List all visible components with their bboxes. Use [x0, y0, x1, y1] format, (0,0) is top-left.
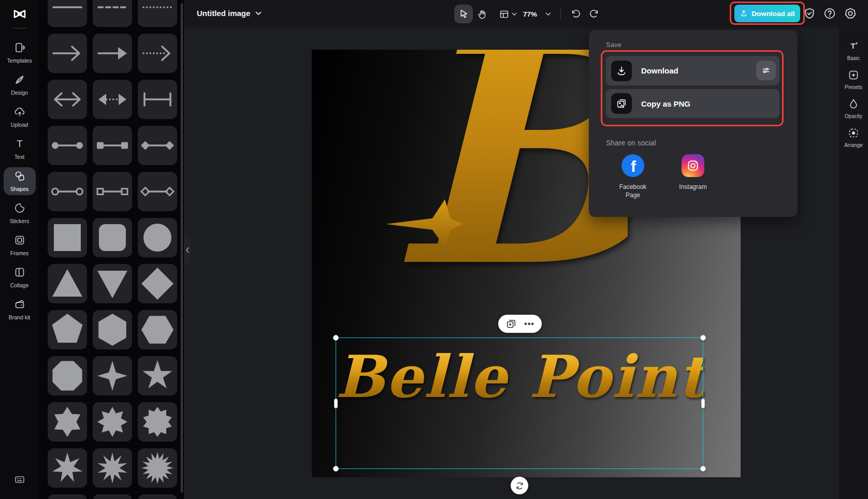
hand-icon: [476, 9, 487, 20]
select-tool-button[interactable]: [454, 5, 473, 23]
shape-tile-arrow-open[interactable]: [48, 34, 87, 73]
right-rail-item-opacity[interactable]: Opacity: [840, 98, 867, 119]
sidebar-item-templates[interactable]: Templates: [4, 39, 36, 67]
undo-icon: [570, 9, 581, 19]
shape-tile-star-5[interactable]: [138, 356, 177, 395]
keyboard-shortcuts-icon[interactable]: [13, 473, 26, 488]
selection-toolbar: •••: [498, 315, 542, 333]
shapes-panel: [39, 0, 184, 499]
stickers-icon: [13, 202, 26, 216]
sidebar-item-label: Shapes: [10, 186, 29, 193]
right-rail-item-arrange[interactable]: Arrange: [840, 127, 867, 148]
help-button[interactable]: [823, 7, 836, 22]
shape-tile-star-10-round[interactable]: [138, 402, 177, 442]
shape-tile-star-7[interactable]: [48, 448, 87, 488]
document-title-text: Untitled image: [197, 9, 250, 18]
document-title[interactable]: Untitled image: [197, 9, 262, 18]
more-options-icon[interactable]: •••: [524, 321, 534, 327]
shape-tile-octagon[interactable]: [48, 356, 87, 395]
duplicate-icon[interactable]: [505, 318, 517, 330]
shape-tile-connector-diamonds-filled[interactable]: [138, 126, 177, 165]
capcut-logo-icon[interactable]: [0, 0, 39, 28]
share-facebook-button[interactable]: f Facebook Page: [608, 154, 658, 199]
shape-tile-connector-squares-filled[interactable]: [93, 126, 132, 165]
shape-tile-pentagon[interactable]: [48, 310, 87, 349]
shape-tile-burst-16[interactable]: [138, 448, 177, 488]
selection-bounding-box[interactable]: [336, 337, 703, 469]
download-settings-button[interactable]: [756, 61, 776, 80]
shape-tile-line-endcaps[interactable]: [138, 80, 177, 119]
shape-tile-star-8[interactable]: [93, 402, 132, 442]
right-rail-item-label: Basic: [847, 55, 860, 61]
selection-handle-top-left[interactable]: [333, 335, 339, 341]
shape-tile-square[interactable]: [48, 218, 87, 257]
selection-handle-top-right[interactable]: [700, 335, 706, 341]
hand-tool-button[interactable]: [472, 5, 491, 23]
shape-tile-clipped-tile[interactable]: [48, 494, 87, 499]
sidebar-item-upload[interactable]: Upload: [4, 103, 36, 131]
layout-tool-button[interactable]: [494, 5, 522, 23]
shape-tile-connector-circles-filled[interactable]: [48, 126, 87, 165]
shape-tile-hexagon-pointy[interactable]: [93, 310, 132, 349]
upload-icon: [13, 106, 26, 120]
settings-button[interactable]: [844, 7, 857, 22]
sidebar-item-text[interactable]: TText: [4, 135, 36, 163]
safety-shield-button[interactable]: [803, 7, 816, 22]
sidebar-item-brand-kit[interactable]: Brand kit: [4, 296, 36, 324]
shape-tile-star-6[interactable]: [48, 402, 87, 442]
selection-handle-right[interactable]: [701, 399, 705, 408]
shape-tile-rounded-square[interactable]: [93, 218, 132, 257]
sidebar-item-stickers[interactable]: Stickers: [4, 199, 36, 227]
download-menu-item[interactable]: Download: [606, 56, 779, 85]
shape-tile-circle[interactable]: [138, 218, 177, 257]
zoom-level-control[interactable]: 77%: [523, 5, 551, 23]
rotate-canvas-button[interactable]: [511, 477, 528, 494]
download-all-button[interactable]: Download all: [734, 5, 800, 22]
chevron-down-icon: [255, 11, 262, 16]
panel-collapse-handle[interactable]: [184, 236, 191, 265]
sidebar-item-frames[interactable]: Frames: [4, 231, 36, 259]
shape-tile-triangle-down[interactable]: [93, 264, 132, 303]
shape-tile-double-arrow-open[interactable]: [48, 80, 87, 119]
sidebar-item-collage[interactable]: Collage: [4, 263, 36, 291]
right-rail-item-label: Opacity: [845, 113, 862, 119]
copy-image-icon: [611, 93, 632, 114]
right-rail-item-basic[interactable]: TBasic: [840, 40, 867, 61]
sidebar-item-label: Collage: [10, 282, 29, 289]
shape-tile-star-4[interactable]: [93, 356, 132, 395]
shape-tile-connector-squares-open[interactable]: [93, 172, 132, 211]
shape-tile-line-solid[interactable]: [48, 0, 87, 27]
redo-button[interactable]: [585, 5, 604, 23]
layout-grid-icon: [499, 9, 510, 20]
shape-tile-line-dashed[interactable]: [93, 0, 132, 27]
selection-handle-bottom-right[interactable]: [700, 466, 706, 472]
arrange-icon: [847, 127, 860, 141]
shape-tile-connector-circles-open[interactable]: [48, 172, 87, 211]
instagram-icon: [682, 154, 704, 177]
gear-icon: [844, 7, 857, 20]
left-sidebar: TemplatesDesignUploadTTextShapesStickers…: [0, 0, 39, 499]
sidebar-item-design[interactable]: Design: [4, 71, 36, 99]
share-instagram-button[interactable]: Instagram: [668, 154, 718, 192]
shape-tile-diamond[interactable]: [138, 264, 177, 303]
right-rail-item-presets[interactable]: Presets: [840, 69, 867, 90]
shape-tile-clipped-tile[interactable]: [138, 494, 177, 499]
shape-tile-arrow-filled[interactable]: [93, 34, 132, 73]
shape-tile-double-arrow-dotted[interactable]: [93, 80, 132, 119]
shape-tile-connector-diamonds-open[interactable]: [138, 172, 177, 211]
selection-handle-left[interactable]: [334, 399, 338, 408]
undo-button[interactable]: [566, 5, 585, 23]
shape-tile-triangle-up[interactable]: [48, 264, 87, 303]
copy-as-png-menu-item[interactable]: Copy as PNG: [606, 89, 779, 118]
shapes-panel-scrollbar[interactable]: [181, 3, 183, 493]
shape-tile-arrow-dotted[interactable]: [138, 34, 177, 73]
shape-tile-line-dotted[interactable]: [138, 0, 177, 27]
download-all-label: Download all: [751, 10, 794, 18]
shape-tile-hexagon-flat[interactable]: [138, 310, 177, 349]
shape-tile-clipped-tile[interactable]: [93, 494, 132, 499]
shape-tile-star-10[interactable]: [93, 448, 132, 488]
download-icon: [611, 61, 632, 81]
sidebar-item-shapes[interactable]: Shapes: [4, 167, 36, 195]
sidebar-nav: TemplatesDesignUploadTTextShapesStickers…: [4, 39, 36, 328]
selection-handle-bottom-left[interactable]: [333, 466, 339, 472]
